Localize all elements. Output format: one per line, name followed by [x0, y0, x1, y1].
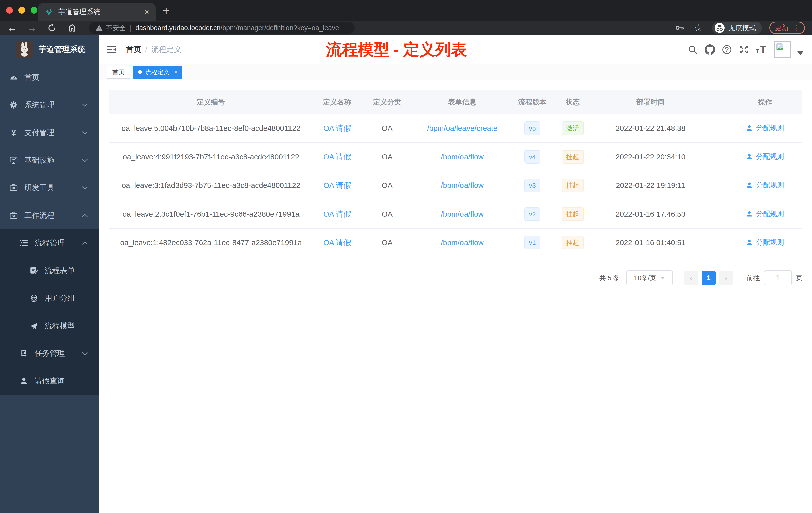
update-label[interactable]: 更新	[775, 23, 789, 33]
column-header: 定义名称	[313, 90, 362, 114]
assign-rule-link[interactable]: 分配规则	[746, 209, 784, 219]
minimize-window-button[interactable]	[18, 7, 25, 13]
cell-definition-id: oa_leave:5:004b710b-7b8a-11ec-8ef0-acde4…	[109, 114, 313, 143]
reload-icon[interactable]	[47, 23, 57, 33]
zoom-window-button[interactable]	[31, 7, 37, 13]
home-icon[interactable]	[67, 23, 77, 33]
definition-name-link[interactable]: OA 请假	[323, 124, 351, 132]
fullscreen-icon[interactable]	[739, 44, 749, 55]
cell-deploy-time: 2022-01-16 01:40:51	[593, 229, 708, 257]
assign-rule-link[interactable]: 分配规则	[746, 152, 784, 161]
sidebar-item-infrastructure[interactable]: 基础设施	[0, 146, 99, 174]
hamburger-icon[interactable]	[107, 46, 116, 54]
sidebar-item-workflow[interactable]: 工作流程	[0, 202, 99, 229]
bookmark-star-icon[interactable]: ☆	[694, 23, 702, 33]
sidebar-item-process-management[interactable]: 流程管理	[0, 229, 99, 257]
column-header: 操作	[727, 90, 803, 114]
cell-definition-id: oa_leave:2:3c1f0ef1-76b1-11ec-9c66-a2380…	[109, 200, 313, 229]
avatar[interactable]	[774, 41, 791, 58]
url-path: /bpm/manager/definition?key=oa_leave	[221, 24, 339, 32]
close-window-button[interactable]	[6, 7, 13, 13]
tags-view-bar: 首页 流程定义 ×	[99, 64, 812, 80]
font-size-icon[interactable]: тT	[756, 44, 767, 56]
definition-name-link[interactable]: OA 请假	[323, 210, 351, 218]
form-link[interactable]: /bpm/oa/flow	[441, 210, 484, 218]
select-caret-icon	[661, 277, 665, 279]
tab-close-icon[interactable]: ×	[144, 8, 149, 16]
tag-close-icon[interactable]: ×	[174, 69, 177, 75]
sidebar-item-system[interactable]: 系统管理	[0, 91, 99, 119]
form-link[interactable]: /bpm/oa/flow	[441, 181, 484, 189]
version-badge: v2	[524, 207, 540, 221]
github-icon[interactable]	[704, 44, 715, 55]
breadcrumb-current: 流程定义	[151, 44, 181, 55]
definition-table: 定义编号 定义名称 定义分类 表单信息 流程版本 状态 部署时间 操作 oa_l…	[109, 90, 803, 257]
sidebar-item-process-model[interactable]: 流程模型	[0, 312, 99, 339]
back-icon[interactable]: ←	[7, 23, 17, 33]
cell-deploy-time: 2022-01-16 17:46:53	[593, 200, 708, 229]
sidebar-item-label: 任务管理	[35, 349, 65, 359]
assign-rule-link[interactable]: 分配规则	[746, 123, 784, 133]
cell-filler	[708, 114, 727, 143]
sidebar-item-dev-tools[interactable]: 研发工具	[0, 174, 99, 202]
sidebar-item-home[interactable]: 首页	[0, 63, 99, 91]
sidebar-item-label: 流程管理	[35, 238, 65, 248]
status-badge: 挂起	[562, 179, 584, 192]
table-row: oa_leave:1:482ec033-762a-11ec-8477-a2380…	[109, 229, 803, 257]
definition-name-link[interactable]: OA 请假	[323, 181, 351, 189]
help-icon[interactable]	[722, 44, 732, 55]
action-label[interactable]: 分配规则	[756, 123, 784, 133]
page-header: 首页 / 流程定义 流程模型 - 定义列表 тT	[99, 35, 812, 64]
status-badge: 激活	[562, 121, 584, 135]
sidebar-logo[interactable]: 芋道管理系统	[0, 35, 99, 63]
forward-icon[interactable]: →	[27, 23, 37, 33]
assign-rule-link[interactable]: 分配规则	[746, 238, 784, 247]
robot-icon	[30, 294, 38, 302]
user-icon	[746, 153, 753, 160]
form-link[interactable]: /bpm/oa/leave/create	[427, 124, 497, 132]
password-key-icon[interactable]	[675, 23, 685, 33]
window-controls[interactable]	[6, 7, 37, 13]
action-label[interactable]: 分配规则	[756, 180, 784, 190]
definition-name-link[interactable]: OA 请假	[323, 153, 351, 161]
browser-menu-dots-icon[interactable]: ⋮	[793, 24, 800, 32]
browser-update-button[interactable]: 更新 ⋮	[769, 22, 805, 34]
prev-page-button[interactable]: ‹	[684, 271, 698, 285]
action-label[interactable]: 分配规则	[756, 238, 784, 247]
cell-definition-id: oa_leave:1:482ec033-762a-11ec-8477-a2380…	[109, 229, 313, 257]
not-secure-label[interactable]: 不安全	[106, 24, 125, 32]
action-label[interactable]: 分配规则	[756, 209, 784, 219]
tag-process-definition[interactable]: 流程定义 ×	[133, 65, 182, 79]
page-unit-label: 页	[796, 274, 803, 282]
sidebar-item-leave-query[interactable]: 请假查询	[0, 367, 99, 395]
browser-tab-strip: 芋道管理系统 × +	[0, 0, 812, 21]
sidebar-item-label: 系统管理	[24, 100, 55, 110]
breadcrumb-root[interactable]: 首页	[126, 44, 141, 55]
form-link[interactable]: /bpm/oa/flow	[441, 238, 484, 247]
goto-page-input[interactable]	[764, 270, 792, 285]
next-page-button[interactable]: ›	[719, 271, 733, 285]
page-number-button[interactable]: 1	[701, 271, 716, 285]
status-badge: 挂起	[562, 207, 584, 221]
new-tab-button[interactable]: +	[163, 3, 170, 17]
browser-navbar: ← → 不安全 | dashboard.yudao.iocoder.cn/bpm…	[0, 21, 812, 35]
sidebar-item-payment[interactable]: ¥ 支付管理	[0, 119, 99, 146]
search-icon[interactable]	[688, 44, 698, 55]
form-link[interactable]: /bpm/oa/flow	[441, 153, 484, 161]
assign-rule-link[interactable]: 分配规则	[746, 180, 784, 190]
avatar-dropdown-caret-icon[interactable]	[798, 52, 804, 55]
sidebar-item-task-management[interactable]: 任务管理	[0, 339, 99, 367]
sidebar-item-label: 首页	[24, 72, 39, 83]
page-size-select[interactable]: 10条/页	[626, 270, 673, 285]
browser-tab[interactable]: 芋道管理系统 ×	[38, 3, 156, 21]
user-icon	[746, 182, 753, 189]
tag-home[interactable]: 首页	[107, 65, 130, 79]
sidebar-item-user-group[interactable]: 用户分组	[0, 284, 99, 312]
address-bar[interactable]: 不安全 | dashboard.yudao.iocoder.cn/bpm/man…	[89, 22, 354, 34]
action-label[interactable]: 分配规则	[756, 152, 784, 161]
user-icon	[20, 377, 28, 385]
definition-name-link[interactable]: OA 请假	[323, 238, 351, 247]
page-content: 定义编号 定义名称 定义分类 表单信息 流程版本 状态 部署时间 操作 oa_l…	[99, 81, 812, 513]
sidebar-item-process-form[interactable]: 流程表单	[0, 257, 99, 284]
cell-definition-id: oa_leave:4:991f2193-7b7f-11ec-a3c8-acde4…	[109, 143, 313, 171]
